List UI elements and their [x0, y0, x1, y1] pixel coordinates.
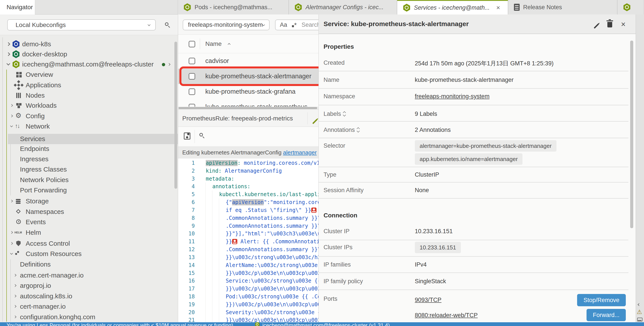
chevron-right-icon[interactable]: [168, 63, 170, 66]
match-case-icon[interactable]: Aa: [280, 22, 287, 28]
search-icon[interactable]: [165, 22, 168, 26]
horizontal-scrollbar[interactable]: [178, 106, 318, 110]
tab-partial[interactable]: [617, 0, 644, 14]
tab-release-notes[interactable]: Release Notes: [508, 0, 617, 14]
port-link[interactable]: 9093/TCP: [415, 296, 442, 304]
property-label: Selector: [324, 142, 345, 149]
storage-icon: [16, 199, 20, 200]
sidebar-item-ingress-classes[interactable]: Ingress Classes: [0, 164, 178, 175]
sidebar-item-label: Events: [26, 218, 46, 226]
overview-grid-icon: [16, 72, 19, 74]
sidebar-item-applications[interactable]: Applications: [0, 80, 178, 90]
editor-header-divider: [307, 112, 308, 124]
chevron-down-icon: [148, 23, 150, 26]
chevron-right-icon: [10, 231, 13, 234]
chevron-right-icon: [6, 52, 10, 56]
sidebar-item-workloads[interactable]: Workloads: [0, 100, 178, 111]
row-divider: [319, 138, 628, 138]
tab-label: Pods - icecheng@mathmas...: [194, 4, 272, 11]
sidebar-item-nodes[interactable]: Nodes: [0, 90, 178, 101]
tab-label: Services - icecheng@math...: [414, 4, 490, 11]
tab-alertmanager-configs[interactable]: Alertmanager Configs - icec...: [289, 0, 397, 14]
close-icon[interactable]: ×: [621, 20, 626, 28]
select-all-checkbox[interactable]: [189, 41, 195, 48]
sidebar-item-docker-desktop[interactable]: docker-desktop: [0, 49, 178, 60]
sidebar-item-argoproj[interactable]: argoproj.io: [0, 280, 178, 291]
code-editor[interactable]: 1apiVersion: monitoring.coreos.com/v1 2k…: [178, 158, 318, 322]
edit-pencil-icon[interactable]: [593, 24, 599, 28]
kubernetes-icon: [294, 3, 302, 11]
toolbar-divider: [194, 130, 195, 143]
sidebar-item-label: Custom Resources: [26, 250, 82, 258]
row-divider: [319, 88, 628, 89]
expand-collapse-icon[interactable]: [342, 111, 346, 117]
table-row-grafana[interactable]: kube-prometheus-stack-grafana: [178, 84, 318, 100]
row-checkbox[interactable]: [189, 58, 195, 64]
sidebar-item-port-forwarding[interactable]: Port Forwarding: [0, 185, 178, 196]
detail-scrollbar[interactable]: [630, 40, 633, 228]
sidebar-item-access-control[interactable]: Access Control: [0, 238, 178, 249]
sidebar-item-overview[interactable]: Overview: [0, 70, 178, 80]
terminal-panel-icon[interactable]: [637, 318, 642, 322]
gear-icon: ⚙: [15, 112, 22, 120]
navigator-sidebar: Local Kubeconfigs demo-k8s docker-deskto…: [0, 14, 178, 322]
sidebar-item-configuration-konghq[interactable]: configuration.konghq.com: [0, 312, 178, 322]
delete-trash-icon[interactable]: [607, 22, 612, 28]
sidebar-item-custom-resources[interactable]: Custom Resources: [0, 249, 178, 259]
namespace-select[interactable]: freeleaps-monitoring-system: [183, 20, 270, 30]
editing-text: Editing kubernetes AlertmanagerConfig al…: [182, 149, 317, 156]
property-label: Labels: [324, 110, 346, 117]
edit-pencil-icon[interactable]: [312, 117, 318, 124]
table-header: Name: [178, 35, 318, 53]
sidebar-item-freeleaps-cluster[interactable]: icecheng@mathmast.com@freeleaps-cluster: [0, 59, 178, 70]
tab-services[interactable]: Services - icecheng@math... ×: [397, 0, 508, 14]
column-name[interactable]: Name: [205, 40, 222, 48]
active-cluster-text[interactable]: icecheng@mathmast.com@freeleaps-cluster …: [262, 322, 390, 326]
close-icon[interactable]: ×: [496, 4, 500, 12]
warning-icon[interactable]: ⚠: [637, 308, 642, 316]
regex-icon[interactable]: *: [292, 21, 297, 29]
property-label: IP family policy: [324, 278, 363, 285]
sidebar-item-config[interactable]: ⚙Config: [0, 111, 178, 121]
namespace-link[interactable]: freeleaps-monitoring-system: [415, 93, 490, 100]
save-icon[interactable]: [184, 132, 190, 140]
editor-search-icon[interactable]: [200, 133, 203, 136]
sidebar-item-helm[interactable]: HELMHelm: [0, 228, 178, 238]
kubernetes-icon: [403, 4, 410, 12]
sidebar-item-namespaces[interactable]: Namespaces: [0, 207, 178, 217]
forward-button[interactable]: Forward...: [586, 309, 626, 321]
expand-collapse-icon[interactable]: [356, 127, 360, 133]
detail-header: Service: kube-prometheus-stack-alertmana…: [319, 14, 636, 34]
collapse-panel-icon[interactable]: [638, 303, 640, 306]
editing-object-link[interactable]: alertmanager: [283, 149, 317, 156]
tab-pods[interactable]: Pods - icecheng@mathmas...: [178, 0, 289, 14]
cluster-ips-chip: 10.233.16.151: [415, 242, 461, 253]
sidebar-item-acme-cert-manager[interactable]: acme.cert-manager.io: [0, 270, 178, 280]
stop-remove-button[interactable]: Stop/Remove: [577, 294, 626, 306]
sidebar-item-services[interactable]: Services: [0, 134, 178, 144]
sidebar-item-ingresses[interactable]: Ingresses: [0, 154, 178, 164]
port-link[interactable]: 8080:reloader-web/TCP: [415, 312, 478, 319]
sidebar-item-network[interactable]: ↑↓Network: [0, 121, 178, 132]
sidebar-item-autoscaling[interactable]: autoscaling.k8s.io: [0, 291, 178, 302]
row-checkbox[interactable]: [189, 88, 195, 95]
row-name: cadvisor: [205, 57, 229, 64]
row-divider: [319, 290, 628, 290]
search-input[interactable]: Aa * Search: [275, 20, 318, 30]
editor-header: PrometheusRule: freepeals-prod-metrics: [178, 110, 318, 127]
sidebar-item-demo-k8s[interactable]: demo-k8s: [0, 39, 178, 49]
chevron-right-icon: [14, 274, 16, 277]
sidebar-item-definitions[interactable]: Definitions: [0, 259, 178, 270]
sidebar-item-storage[interactable]: Storage: [0, 196, 178, 206]
kubeconfig-source-select[interactable]: Local Kubeconfigs: [7, 19, 156, 30]
sidebar-item-endpoints[interactable]: Endpoints: [0, 144, 178, 154]
services-list-panel: freeleaps-monitoring-system Aa * Search …: [178, 14, 318, 322]
shield-icon: [16, 241, 20, 246]
editing-prefix: Editing kubernetes AlertmanagerConfig: [182, 149, 283, 156]
helm-icon: HELM: [14, 231, 22, 234]
navigator-scrollbar[interactable]: [174, 42, 177, 189]
license-text: You're using Lens Personal (for individu…: [6, 322, 233, 326]
sidebar-item-cert-manager[interactable]: cert-manager.io: [0, 302, 178, 312]
sidebar-item-network-policies[interactable]: Network Policies: [0, 175, 178, 185]
sidebar-item-events[interactable]: Events: [0, 217, 178, 227]
